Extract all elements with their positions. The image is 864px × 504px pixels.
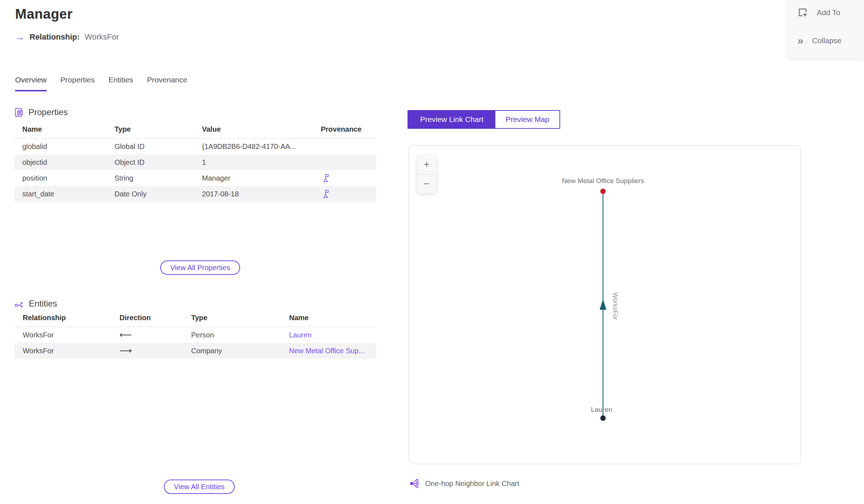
col-header-direction: Direction — [111, 314, 183, 322]
zoom-out-button[interactable]: − — [417, 174, 436, 193]
node-company[interactable] — [600, 189, 606, 194]
zoom-controls: + − — [417, 155, 436, 193]
node-label-company: New Metal Office Suppliers — [562, 177, 644, 185]
table-row: globalid Global ID {1A9DB2B6-D482-4170-A… — [14, 139, 376, 154]
edge-label: WorksFor — [612, 292, 619, 320]
node-person[interactable] — [600, 416, 606, 421]
direction-right-arrow-icon: ⟶ — [120, 346, 132, 355]
prop-value: 2017-08-18 — [194, 190, 313, 198]
entity-link-new-metal-office[interactable]: New Metal Office Sup... — [289, 347, 365, 355]
prop-type: String — [107, 174, 194, 182]
prop-name: start_date — [14, 190, 107, 198]
properties-icon — [14, 108, 24, 117]
properties-section-title: Properties — [28, 107, 68, 117]
relationship-value: WorksFor — [85, 32, 119, 42]
table-row: WorksFor ⟶ Company New Metal Office Sup.… — [14, 343, 376, 359]
direction-left-arrow-icon: ⟵ — [120, 330, 132, 340]
entities-section-title: Entities — [29, 299, 57, 309]
prop-type: Date Only — [107, 190, 194, 198]
tab-provenance[interactable]: Provenance — [147, 76, 187, 91]
preview-map-button[interactable]: Preview Map — [495, 111, 559, 128]
view-all-properties-button[interactable]: View All Properties — [160, 260, 240, 275]
col-header-type: Type — [183, 314, 281, 322]
view-all-entities-button[interactable]: View All Entities — [164, 480, 235, 494]
entities-icon — [14, 299, 24, 309]
entity-link-lauren[interactable]: Lauren — [289, 331, 311, 339]
preview-link-chart-button[interactable]: Preview Link Chart — [408, 111, 495, 128]
prop-value: 1 — [194, 158, 313, 167]
properties-table: Name Type Value Provenance globalid Glob… — [14, 125, 376, 202]
entity-relationship: WorksFor — [14, 331, 111, 339]
prop-provenance — [313, 189, 376, 199]
tab-overview[interactable]: Overview — [15, 76, 47, 91]
edge-arrowhead-icon — [600, 299, 607, 310]
tab-properties[interactable]: Properties — [60, 76, 95, 91]
prop-type: Global ID — [107, 142, 194, 151]
entities-table-header: Relationship Direction Type Name — [14, 314, 376, 327]
table-row: start_date Date Only 2017-08-18 — [14, 186, 376, 202]
collapse-button[interactable]: » Collapse — [797, 35, 841, 46]
col-header-relationship: Relationship — [14, 314, 111, 322]
add-to-button[interactable]: Add To — [797, 7, 840, 18]
properties-table-header: Name Type Value Provenance — [14, 125, 376, 139]
entity-relationship: WorksFor — [14, 347, 111, 355]
relationship-arrow-icon: → — [15, 32, 24, 42]
quick-actions-card: Add To » Collapse — [787, 0, 864, 58]
prop-value: {1A9DB2B6-D482-4170-AA... — [194, 142, 313, 151]
table-row: WorksFor ⟵ Person Lauren — [14, 327, 376, 343]
one-hop-link-chart-icon — [410, 478, 420, 489]
col-header-name: Name — [281, 314, 376, 322]
add-to-icon — [797, 7, 808, 18]
entities-table: Relationship Direction Type Name WorksFo… — [14, 314, 376, 359]
col-header-provenance: Provenance — [313, 125, 376, 133]
prop-type: Object ID — [107, 158, 194, 167]
page-title: Manager — [15, 6, 73, 22]
tab-entities[interactable]: Entities — [108, 76, 133, 91]
prop-provenance — [313, 173, 376, 183]
entities-section-header: Entities — [14, 299, 57, 309]
tab-bar: Overview Properties Entities Provenance — [15, 76, 187, 91]
collapse-chevrons-icon: » — [797, 35, 804, 46]
table-row: objectid Object ID 1 — [14, 154, 376, 170]
prop-name: globalid — [14, 142, 107, 151]
col-header-type: Type — [107, 125, 194, 133]
zoom-in-button[interactable]: + — [417, 155, 436, 174]
preview-toggle: Preview Link Chart Preview Map — [408, 110, 560, 129]
chart-caption: One-hop Neighbor Link Chart — [410, 478, 519, 489]
collapse-label: Collapse — [812, 36, 842, 45]
chart-caption-text: One-hop Neighbor Link Chart — [425, 480, 519, 488]
node-label-person: Lauren — [591, 406, 612, 413]
link-chart-graph[interactable]: WorksFor New Metal Office Suppliers Laur… — [409, 146, 801, 464]
prop-name: position — [14, 174, 107, 182]
prop-value: Manager — [194, 174, 313, 182]
col-header-name: Name — [14, 125, 107, 133]
entity-type: Company — [183, 347, 281, 355]
relationship-subtitle: → Relationship: WorksFor — [15, 32, 119, 42]
link-chart-panel[interactable]: + − WorksFor New Metal Office Suppliers … — [409, 145, 801, 464]
prop-name: objectid — [14, 158, 107, 167]
entity-type: Person — [183, 331, 281, 339]
provenance-flag-icon[interactable] — [321, 173, 330, 183]
properties-section-header: Properties — [14, 107, 68, 117]
add-to-label: Add To — [817, 8, 840, 17]
relationship-label: Relationship: — [30, 32, 80, 42]
col-header-value: Value — [194, 125, 313, 133]
provenance-flag-icon[interactable] — [321, 189, 330, 199]
table-row: position String Manager — [14, 170, 376, 186]
